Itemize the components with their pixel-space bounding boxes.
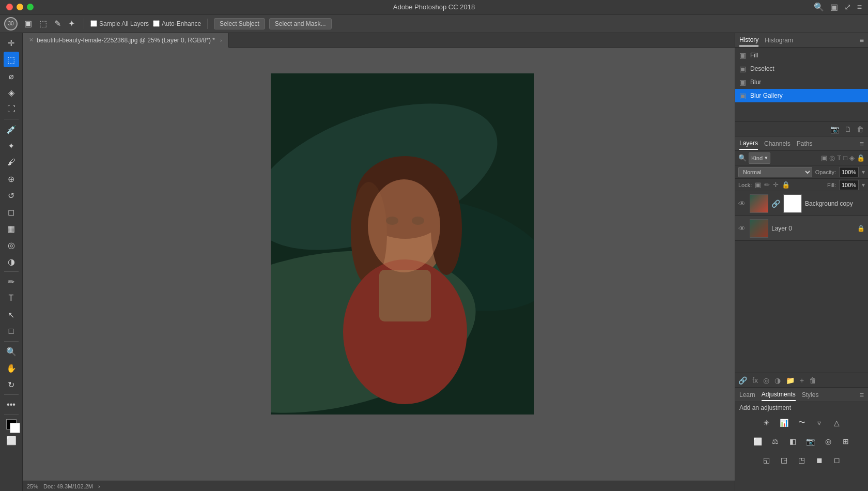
quick-select-tool[interactable]: ◈ (4, 85, 19, 100)
brush-tool[interactable]: 🖌 (4, 155, 19, 170)
history-item[interactable]: ▣ Blur (735, 75, 868, 89)
layer-group-icon[interactable]: 📁 (786, 376, 795, 385)
delete-layer-icon[interactable]: 🗑 (809, 376, 816, 385)
layer-visibility-toggle[interactable]: 👁 (738, 224, 747, 233)
status-expand-icon[interactable]: › (98, 483, 100, 489)
select-subject-button[interactable]: Select Subject (214, 18, 265, 29)
selective-color-adj-icon[interactable]: ◻ (830, 453, 844, 467)
pixel-filter-icon[interactable]: ▣ (821, 154, 827, 162)
exposure-adj-icon[interactable]: ▿ (812, 416, 827, 430)
zoom-tool[interactable]: 🔍 (4, 344, 19, 359)
layers-panel-menu-icon[interactable]: ≡ (860, 140, 864, 148)
tab-layers[interactable]: Layers (739, 137, 758, 150)
color-balance-adj-icon[interactable]: ⚖ (768, 434, 783, 449)
tab-history[interactable]: History (739, 34, 758, 47)
maximize-button[interactable] (27, 4, 34, 10)
screen-mode-button[interactable]: ⬜ (4, 433, 19, 448)
pen-tool[interactable]: ✏ (4, 274, 19, 289)
expand-icon[interactable]: ⤢ (844, 2, 851, 12)
channel-mixer-adj-icon[interactable]: ◎ (821, 434, 835, 449)
auto-enhance-checkbox[interactable] (153, 20, 160, 27)
posterize-adj-icon[interactable]: ◲ (777, 453, 792, 467)
spot-heal-tool[interactable]: ✦ (4, 138, 19, 154)
threshold-adj-icon[interactable]: ◳ (795, 453, 809, 467)
brightness-adj-icon[interactable]: ☀ (760, 416, 774, 430)
opacity-chevron-icon[interactable]: ▾ (862, 168, 865, 176)
levels-adj-icon[interactable]: 📊 (777, 416, 792, 430)
gradient-tool[interactable]: ▦ (4, 221, 19, 236)
create-doc-from-state-icon[interactable]: 🗋 (844, 125, 851, 133)
search-icon[interactable]: 🔍 (814, 2, 824, 12)
layer-fx-icon[interactable]: fx (752, 376, 758, 385)
object-selection-tool[interactable]: ⬚ (37, 18, 50, 29)
new-layer-icon[interactable]: + (800, 376, 804, 385)
history-item[interactable]: ▣ Deselect (735, 62, 868, 75)
tab-channels[interactable]: Channels (764, 138, 791, 149)
clone-tool[interactable]: ⊕ (4, 171, 19, 187)
adjustment-filter-icon[interactable]: ◎ (829, 154, 835, 162)
invert-adj-icon[interactable]: ◱ (760, 453, 774, 467)
type-filter-icon[interactable]: T (837, 154, 841, 162)
smart-filter-icon[interactable]: ◈ (849, 154, 855, 162)
lock-artboard-icon[interactable]: ✛ (773, 181, 779, 189)
new-snapshot-icon[interactable]: 📷 (830, 125, 839, 133)
opacity-input[interactable] (839, 167, 859, 177)
filter-kind-select[interactable]: Kind ▾ (749, 152, 770, 164)
collapse-icon[interactable]: ≡ (857, 3, 862, 12)
color-lookup-adj-icon[interactable]: ⊞ (839, 434, 853, 449)
history-item[interactable]: ▣ Fill (735, 49, 868, 62)
document-tab[interactable]: ✕ beautiful-beauty-female-2252368.jpg @ … (23, 33, 229, 48)
shape-filter-icon[interactable]: □ (843, 154, 847, 162)
lock-all-icon[interactable]: 🔒 (782, 181, 790, 189)
lock-filter-icon[interactable]: 🔒 (857, 154, 865, 162)
tab-histogram[interactable]: Histogram (765, 35, 793, 46)
vibrance-adj-icon[interactable]: △ (830, 416, 844, 430)
foreground-color[interactable] (6, 419, 17, 429)
marquee-tool[interactable]: ⬚ (4, 52, 19, 67)
tab-adjustments[interactable]: Adjustments (762, 389, 796, 401)
more-tools-button[interactable]: ••• (4, 397, 19, 412)
layer-item[interactable]: 👁 🔗 Background copy (735, 191, 868, 216)
tab-learn[interactable]: Learn (739, 389, 755, 401)
sample-all-layers-checkbox[interactable] (90, 20, 97, 27)
panel-menu-icon[interactable]: ≡ (860, 36, 864, 44)
sample-all-layers-label[interactable]: Sample All Layers (90, 20, 149, 27)
fill-input[interactable] (839, 180, 859, 190)
layer-adjustment-icon[interactable]: ◑ (774, 376, 781, 385)
tab-close-icon[interactable]: ✕ (29, 37, 34, 43)
lock-position-icon[interactable]: ✏ (764, 181, 770, 189)
layer-mask-icon[interactable]: ◎ (763, 376, 769, 385)
blend-mode-select[interactable]: Normal (738, 167, 812, 177)
path-select-tool[interactable]: ↖ (4, 307, 19, 323)
eyedropper-tool[interactable]: 💉 (4, 121, 19, 137)
layer-item-selected[interactable]: 👁 Layer 0 🔒 (735, 216, 868, 241)
tab-paths[interactable]: Paths (797, 138, 813, 149)
hand-tool[interactable]: ✋ (4, 360, 19, 376)
type-tool[interactable]: T (4, 290, 19, 306)
eraser-tool[interactable]: ◻ (4, 204, 19, 220)
adjustments-menu-icon[interactable]: ≡ (860, 391, 864, 399)
auto-enhance-label[interactable]: Auto-Enhance (153, 20, 201, 27)
gradient-map-adj-icon[interactable]: ◼ (812, 453, 827, 467)
history-brush-tool[interactable]: ↺ (4, 188, 19, 203)
layer-visibility-toggle[interactable]: 👁 (738, 200, 747, 208)
bw-adj-icon[interactable]: ◧ (786, 434, 800, 449)
photo-filter-adj-icon[interactable]: 📷 (803, 434, 818, 449)
brush-settings-tool[interactable]: ✎ (52, 18, 64, 29)
dodge-tool[interactable]: ◑ (4, 254, 19, 269)
layer-link-icon[interactable]: 🔗 (771, 200, 780, 208)
delete-state-icon[interactable]: 🗑 (857, 125, 864, 133)
rotate-view-tool[interactable]: ↻ (4, 377, 19, 392)
curves-adj-icon[interactable]: 〜 (795, 416, 809, 430)
close-button[interactable] (6, 4, 13, 10)
arrange-icon[interactable]: ▣ (830, 2, 838, 12)
lock-pixels-icon[interactable]: ▣ (755, 181, 761, 189)
crop-tool[interactable]: ⛶ (4, 101, 19, 117)
tab-styles[interactable]: Styles (802, 389, 819, 401)
enhance-tool[interactable]: ✦ (66, 18, 78, 29)
lasso-tool[interactable]: ⌀ (4, 68, 19, 84)
background-color[interactable] (10, 423, 20, 433)
minimize-button[interactable] (17, 4, 23, 10)
fill-chevron-icon[interactable]: ▾ (862, 181, 865, 189)
hsl-adj-icon[interactable]: ⬜ (751, 434, 765, 449)
